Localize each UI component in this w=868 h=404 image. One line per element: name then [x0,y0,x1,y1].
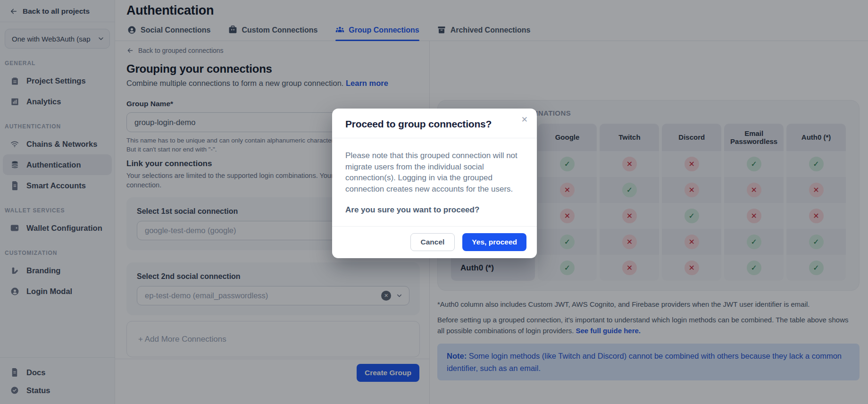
proceed-modal: Proceed to group connections? ✕ Please n… [332,109,537,258]
close-icon[interactable]: ✕ [521,116,528,124]
confirm-button[interactable]: Yes, proceed [462,233,526,251]
modal-question: Are you sure you want to proceed? [345,205,524,215]
modal-message: Please note that this grouped connection… [345,150,524,194]
modal-title: Proceed to group connections? [345,118,524,130]
modal-footer: Cancel Yes, proceed [332,227,537,258]
modal-body: Please note that this grouped connection… [332,138,537,227]
cancel-button[interactable]: Cancel [410,233,455,251]
modal-header: Proceed to group connections? ✕ [332,109,537,138]
